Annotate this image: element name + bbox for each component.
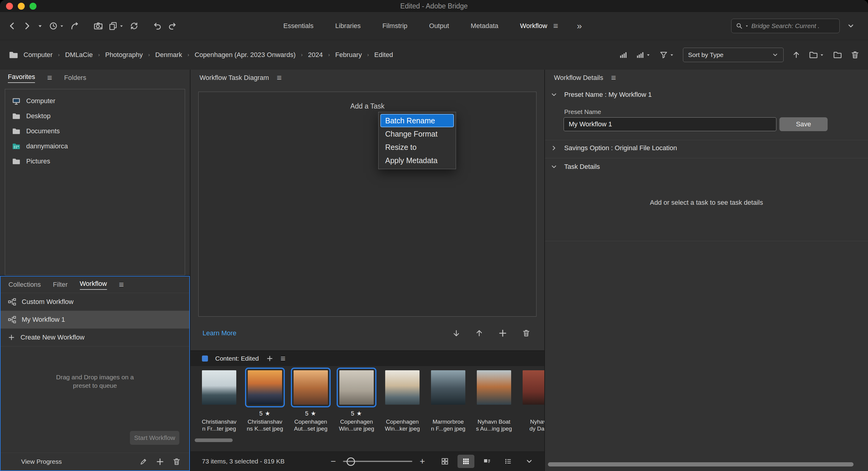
tab-favorites[interactable]: Favorites: [8, 73, 35, 83]
workflow-item-custom-workflow[interactable]: Custom Workflow: [1, 293, 189, 311]
back-button[interactable]: [8, 22, 17, 30]
favorites-item-documents[interactable]: Documents: [5, 124, 185, 139]
content-panel-menu-icon[interactable]: ≡: [281, 354, 285, 363]
breadcrumb-item[interactable]: Photography: [105, 51, 143, 59]
start-workflow-button[interactable]: Start Workflow: [130, 431, 179, 445]
thumbnail-item-selected[interactable]: 5 ★ Christianshavns K...set jpeg: [248, 370, 282, 432]
new-folder-button[interactable]: [833, 50, 842, 59]
search-input[interactable]: [751, 22, 835, 30]
menu-item-apply-metadata[interactable]: Apply Metadata: [380, 154, 454, 167]
breadcrumb-item[interactable]: Copenhagen (Apr. 2023 Onwards): [195, 51, 296, 59]
sort-by-dropdown[interactable]: Sort by Type: [683, 48, 784, 62]
grid-view-button[interactable]: [436, 455, 453, 468]
edit-pencil-icon[interactable]: [139, 458, 148, 466]
bridge-search-box[interactable]: [731, 19, 840, 33]
tab-filmstrip[interactable]: Filmstrip: [372, 22, 418, 30]
thumbnail-item-selected[interactable]: 5 ★ CopenhagenAut...set jpeg: [293, 370, 328, 432]
tab-workflow-panel[interactable]: Workflow: [80, 280, 107, 290]
thumbnail-item[interactable]: Nyhavn Boats Au...ing jpeg: [477, 370, 511, 432]
content-horizontal-scrollbar[interactable]: [195, 438, 233, 442]
workspace-menu-icon[interactable]: ≡: [553, 22, 558, 30]
preset-name-section-header[interactable]: Preset Name : My Workflow 1: [550, 91, 652, 98]
breadcrumb-item[interactable]: Denmark: [155, 51, 182, 59]
details-panel-menu-icon[interactable]: ≡: [611, 73, 616, 82]
tab-essentials[interactable]: Essentials: [273, 22, 324, 30]
history-icon[interactable]: [49, 22, 64, 30]
toolbar-overflow-chevron-icon[interactable]: [847, 22, 855, 30]
tab-workflow[interactable]: Workflow ≡: [509, 22, 569, 30]
task-details-section-header[interactable]: Task Details: [550, 163, 600, 171]
breadcrumb-item[interactable]: DMLaCie: [65, 51, 93, 59]
move-task-up-icon[interactable]: [475, 329, 484, 337]
save-button[interactable]: Save: [779, 117, 828, 131]
zoom-in-icon[interactable]: +: [420, 457, 425, 466]
workspace-overflow-icon[interactable]: »: [577, 21, 582, 31]
favorites-item-dannymaiorca[interactable]: dannymaiorca: [5, 139, 185, 154]
thumbnail-item[interactable]: Nyhavndy Day i: [523, 370, 544, 432]
delete-item-button[interactable]: [850, 50, 860, 59]
move-task-down-icon[interactable]: [452, 329, 461, 337]
get-photos-from-camera-button[interactable]: [93, 21, 103, 31]
breadcrumb-item[interactable]: Computer: [24, 51, 53, 59]
menu-item-change-format[interactable]: Change Format: [380, 127, 454, 141]
list-view-button[interactable]: [500, 455, 517, 468]
tab-collections[interactable]: Collections: [8, 281, 41, 289]
filter-funnel-icon[interactable]: [659, 51, 675, 59]
sort-ascending-icon[interactable]: [792, 51, 801, 59]
details-view-button[interactable]: [478, 455, 495, 468]
favorites-item-desktop[interactable]: Desktop: [5, 109, 185, 124]
tab-metadata[interactable]: Metadata: [460, 22, 509, 30]
recent-folders-dropdown-icon[interactable]: [809, 50, 825, 59]
tab-output[interactable]: Output: [418, 22, 460, 30]
diagram-panel-menu-icon[interactable]: ≡: [277, 73, 281, 82]
breadcrumb-item[interactable]: February: [335, 51, 362, 59]
thumbnail-item[interactable]: Christianshavn Fr...ter jpeg: [202, 370, 236, 432]
breadcrumb-item-current[interactable]: Edited: [374, 51, 393, 59]
task-diagram-canvas[interactable]: Add a Task Batch Rename Change Format Re…: [198, 92, 536, 317]
breadcrumb-item[interactable]: 2024: [308, 51, 323, 59]
fullscreen-window-button[interactable]: [30, 3, 36, 10]
savings-option-section-header[interactable]: Savings Option : Original File Location: [550, 144, 677, 152]
recent-locations-caret-icon[interactable]: [37, 23, 43, 29]
favorites-panel-menu-icon[interactable]: ≡: [47, 73, 52, 82]
add-task-icon[interactable]: [498, 328, 507, 338]
learn-more-link[interactable]: Learn More: [203, 329, 237, 337]
copy-to-dropdown-button[interactable]: [108, 22, 124, 30]
thumbnail-item[interactable]: Marmorbroen F...gen jpeg: [431, 370, 465, 432]
tab-filter[interactable]: Filter: [53, 281, 68, 289]
zoom-out-icon[interactable]: −: [331, 457, 336, 466]
sort-by-rating-dropdown-icon[interactable]: [636, 51, 651, 59]
thumbnail-size-slider[interactable]: [343, 461, 412, 462]
filter-by-rating-icon[interactable]: [619, 51, 627, 59]
thumbnail-item[interactable]: CopenhagenWin...ker jpeg: [385, 370, 420, 432]
tab-folders[interactable]: Folders: [64, 74, 86, 82]
redo-button[interactable]: [167, 22, 177, 30]
search-scope-caret-icon[interactable]: [745, 24, 749, 28]
slider-knob[interactable]: [347, 458, 355, 466]
add-workflow-icon[interactable]: [156, 457, 164, 466]
menu-item-batch-rename[interactable]: Batch Rename: [380, 114, 454, 127]
favorites-item-pictures[interactable]: Pictures: [5, 154, 185, 169]
thumbnail-view-button[interactable]: [458, 455, 474, 468]
delete-task-icon[interactable]: [522, 329, 530, 337]
content-add-icon[interactable]: [266, 355, 273, 362]
menu-item-resize-to[interactable]: Resize to: [380, 141, 454, 154]
add-task-button[interactable]: Add a Task: [198, 102, 536, 110]
view-progress-link[interactable]: View Progress: [21, 458, 62, 465]
view-options-chevron-icon[interactable]: [521, 455, 538, 468]
delete-workflow-icon[interactable]: [173, 458, 181, 466]
minimize-window-button[interactable]: [18, 3, 25, 10]
workflow-item-my-workflow-1[interactable]: My Workflow 1: [1, 311, 189, 329]
details-horizontal-scrollbar[interactable]: [548, 462, 854, 467]
workflow-panel-menu-icon[interactable]: ≡: [119, 281, 124, 289]
undo-button[interactable]: [153, 22, 162, 30]
forward-button[interactable]: [22, 22, 31, 30]
tab-libraries[interactable]: Libraries: [324, 22, 371, 30]
refresh-button[interactable]: [130, 22, 138, 30]
thumbnail-item-selected[interactable]: 5 ★ CopenhagenWin...ure jpeg: [339, 370, 374, 432]
close-window-button[interactable]: [6, 3, 13, 10]
favorites-item-computer[interactable]: Computer: [5, 93, 185, 109]
boomerang-return-icon[interactable]: [70, 22, 79, 30]
create-new-workflow-button[interactable]: Create New Workflow: [1, 329, 189, 347]
preset-name-input[interactable]: [564, 117, 776, 131]
